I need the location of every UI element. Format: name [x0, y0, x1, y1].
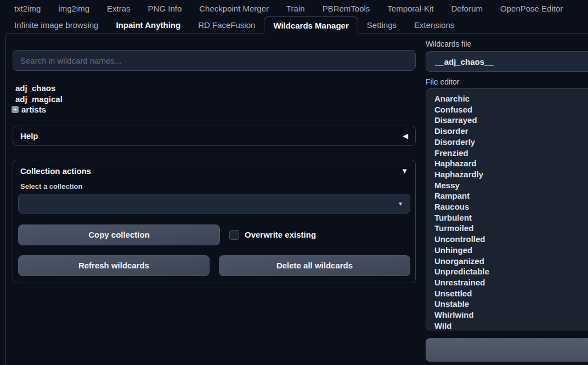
tab-txt2img[interactable]: txt2img [5, 0, 49, 16]
file-editor-label: File editor [426, 78, 588, 86]
checkbox-box-icon [229, 230, 239, 240]
help-accordion-title: Help [20, 131, 38, 141]
tab-wildcards-manager[interactable]: Wildcards Manager [264, 16, 358, 33]
tab-rd-facefusion[interactable]: RD FaceFusion [189, 16, 264, 33]
collection-actions-accordion: Collection actions ▼ Select a collection… [13, 160, 416, 283]
main-tab-bar: txt2img img2img Extras PNG Info Checkpoi… [0, 0, 588, 16]
overwrite-existing-label: Overwrite existing [245, 230, 316, 239]
wildcard-folder-artists[interactable]: + artists [12, 104, 416, 115]
accordion-collapsed-icon: ◀ [403, 132, 408, 140]
collection-select-dropdown[interactable]: ▾ [18, 194, 410, 214]
help-accordion-header[interactable]: Help ◀ [13, 126, 416, 146]
tab-extensions[interactable]: Extensions [405, 16, 463, 33]
tab-extras[interactable]: Extras [98, 0, 139, 16]
overwrite-existing-checkbox[interactable]: Overwrite existing [229, 230, 316, 240]
copy-row: Copy collection Overwrite existing [18, 224, 410, 245]
tab-settings[interactable]: Settings [358, 16, 405, 33]
collection-actions-header[interactable]: Collection actions ▼ [18, 165, 410, 178]
wildcards-left-column: adj_chaos adj_magical + artists Help ◀ C… [13, 33, 416, 283]
wildcard-folder-label: artists [21, 105, 46, 114]
tab-inpaint-anything[interactable]: Inpaint Anything [107, 16, 189, 33]
wildcard-item-adj_chaos[interactable]: adj_chaos [13, 83, 416, 94]
refresh-wildcards-button[interactable]: Refresh wildcards [18, 255, 210, 276]
refresh-delete-row: Refresh wildcards Delete all wildcards [18, 255, 410, 276]
chevron-down-icon: ▾ [399, 200, 402, 207]
expand-plus-icon: + [12, 106, 19, 113]
tab-train[interactable]: Train [278, 0, 314, 16]
tab-openpose-editor[interactable]: OpenPose Editor [491, 0, 572, 16]
tab-img2img[interactable]: img2img [49, 0, 98, 16]
save-wildcards-button[interactable] [426, 338, 588, 362]
accordion-expanded-icon: ▼ [401, 167, 408, 175]
wildcards-file-dropdown[interactable]: __adj_chaos__ [426, 51, 588, 72]
tab-deforum[interactable]: Deforum [443, 0, 492, 16]
copy-collection-button[interactable]: Copy collection [18, 224, 220, 245]
tab-png-info[interactable]: PNG Info [139, 0, 191, 16]
collection-actions-title: Collection actions [20, 166, 91, 176]
tab-pbremtools[interactable]: PBRemTools [314, 0, 379, 16]
wildcard-search-input[interactable] [13, 50, 416, 71]
tab-checkpoint-merger[interactable]: Checkpoint Merger [190, 0, 278, 16]
file-editor-textarea[interactable]: Anarchic Confused Disarrayed Disorder Di… [426, 88, 588, 330]
wildcards-right-column: Wildcards file __adj_chaos__ File editor… [426, 40, 588, 363]
tab-infinite-image-browsing[interactable]: Infinite image browsing [5, 16, 107, 33]
select-collection-label: Select a collection [18, 182, 410, 190]
tab-temporal-kit[interactable]: Temporal-Kit [378, 0, 442, 16]
delete-all-wildcards-button[interactable]: Delete all wildcards [219, 255, 410, 276]
wildcards-manager-panel: adj_chaos adj_magical + artists Help ◀ C… [5, 33, 588, 365]
secondary-tab-bar: Infinite image browsing Inpaint Anything… [0, 16, 588, 33]
wildcard-item-adj_magical[interactable]: adj_magical [13, 94, 416, 105]
wildcards-file-value: __adj_chaos__ [435, 57, 494, 66]
wildcard-tree: adj_chaos adj_magical + artists [13, 83, 416, 115]
wildcards-file-label: Wildcards file [426, 40, 588, 48]
